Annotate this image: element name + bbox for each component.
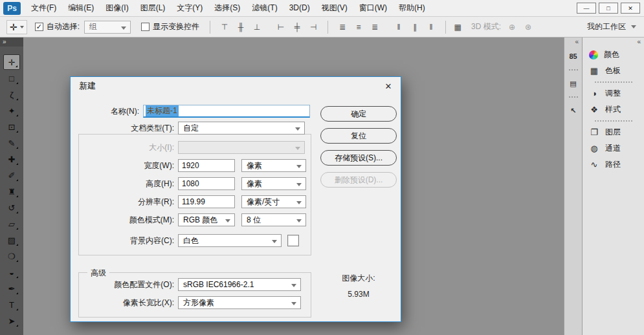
auto-select-target-select[interactable]: 组 [84,21,131,34]
menu-item[interactable]: 图层(L) [135,0,172,16]
panel-tab-label: 路径 [605,159,621,170]
panel-tab-label: 通道 [605,143,621,154]
panel-tab-channels[interactable]: ◍ 通道 [583,140,644,157]
panel-tab-adjustments[interactable]: ◑ 调整 [583,85,644,102]
tool-move[interactable]: ✛ [3,54,20,70]
panel-tab-layers[interactable]: ❐ 图层 [583,124,644,140]
color-profile-value: sRGB IEC61966-2.1 [183,280,254,289]
3d-rotate-icon[interactable]: ⊕ [506,21,518,34]
align-vertical-centers-icon[interactable]: ╫ [235,21,247,34]
panel-tab-label: 图层 [605,127,621,138]
info-panel-icon[interactable]: 85 [566,49,581,63]
distribute-left-edges-icon[interactable]: ‖ [393,21,405,34]
align-top-edges-icon[interactable]: ⊤ [219,21,230,34]
tool-rectangular-marquee[interactable]: □ [3,70,20,86]
pixel-aspect-select[interactable]: 方形像素 [178,296,301,309]
layers-icon: ❐ [589,127,599,138]
reset-button[interactable]: 复位 [320,128,397,144]
resolution-input[interactable] [178,195,235,208]
dialog-title: 新建 [71,77,104,95]
panel-tab-paths[interactable]: ∿ 路径 [583,157,644,173]
menu-item[interactable]: 3D(D) [283,0,316,16]
show-transform-checkbox[interactable] [141,23,150,31]
align-left-edges-icon[interactable]: ⊢ [275,21,287,34]
tool-pen[interactable]: ✒ [3,281,20,296]
document-type-row: 文档类型(T): 自定 [77,121,305,135]
tool-type[interactable]: T [3,297,20,312]
close-button[interactable]: ✕ [621,3,640,14]
menu-item[interactable]: 图像(I) [100,0,134,16]
distribute-icon-group: ≣≡≣‖∥‖ [337,21,437,34]
tool-history-brush[interactable]: ↺ [3,200,20,215]
tool-path-selection[interactable]: ➤ [3,313,20,329]
bit-depth-select[interactable]: 8 位 [241,213,306,226]
tool-lasso[interactable]: ζ [3,87,20,102]
save-preset-button[interactable]: 存储预设(S)... [320,150,397,166]
tool-crop[interactable]: ⊡ [3,119,20,135]
auto-select-checkbox[interactable] [35,23,43,31]
size-label: 大小(I): [77,142,174,153]
menu-item[interactable]: 帮助(H) [393,0,431,16]
background-color-swatch[interactable] [287,235,299,246]
menu-item[interactable]: 选择(S) [208,0,246,16]
3d-roll-icon[interactable]: ⊛ [522,21,534,34]
menu-item[interactable]: 编辑(E) [62,0,100,16]
maximize-button[interactable]: □ [599,3,618,14]
color-mode-select[interactable]: RGB 颜色 [178,213,235,226]
history-panel-icon[interactable]: ↖ [566,103,581,118]
auto-align-layers-icon[interactable]: ▦ [452,21,463,34]
tool-gradient[interactable]: ▨ [3,232,20,248]
document-type-select[interactable]: 自定 [178,122,305,135]
menu-item[interactable]: 滤镜(T) [246,0,283,16]
width-input[interactable] [178,159,235,172]
tool-brush[interactable]: ✐ [3,168,20,183]
tool-quick-selection[interactable]: ✦ [3,103,20,118]
distribute-right-edges-icon[interactable]: ‖ [425,21,437,34]
workspace-value: 我的工作区 [587,21,626,32]
width-unit-select[interactable]: 像素 [241,159,306,172]
toolbar-expand-button[interactable]: » [0,38,23,47]
distribute-horizontal-centers-icon[interactable]: ∥ [409,21,421,34]
document-type-value: 自定 [183,123,199,134]
ok-button[interactable]: 确定 [320,106,397,122]
align-bottom-edges-icon[interactable]: ⊥ [251,21,263,34]
distribute-top-edges-icon[interactable]: ≣ [337,21,348,34]
histogram-panel-icon[interactable]: ▤ [566,76,581,91]
distribute-bottom-edges-icon[interactable]: ≣ [369,21,381,34]
tool-clone-stamp[interactable]: ♜ [3,184,20,199]
collapse-strip-button[interactable]: « [564,38,582,47]
menu-item[interactable]: 窗口(W) [353,0,393,16]
tool-blur[interactable]: ❍ [3,248,20,264]
panel-tab-color[interactable]: 颜色 [583,47,644,63]
background-contents-select[interactable]: 白色 [178,234,282,247]
color-profile-select[interactable]: sRGB IEC61966-2.1 [178,278,301,291]
tool-eyedropper[interactable]: ✎ [3,135,20,151]
height-unit-value: 像素 [247,178,262,189]
tool-spot-healing-brush[interactable]: ✚ [3,151,20,167]
current-tool-button[interactable]: ✛ [6,20,27,34]
dialog-close-icon[interactable]: ✕ [383,81,394,91]
distribute-vertical-centers-icon[interactable]: ≡ [353,21,364,34]
resolution-unit-select[interactable]: 像素/英寸 [241,195,306,208]
menu-item[interactable]: 视图(V) [316,0,353,16]
height-unit-select[interactable]: 像素 [241,177,306,190]
color-mode-value: RGB 颜色 [183,215,217,226]
panel-tab-swatches[interactable]: ▦ 色板 [583,63,644,79]
panel-tab-styles[interactable]: ❖ 样式 [583,102,644,118]
menu-item[interactable]: 文件(F) [25,0,62,16]
menu-item[interactable]: 文字(Y) [171,0,208,16]
tool-glyph: □ [9,74,14,83]
tool-dodge[interactable]: ◒ [3,265,20,280]
workspace-select[interactable]: 我的工作区 [582,20,640,34]
collapse-dock-button[interactable]: « [583,38,644,47]
minimize-button[interactable]: — [577,3,596,14]
height-input[interactable] [178,177,235,190]
3d-mode-label: 3D 模式: [471,21,501,32]
name-input[interactable]: 未标题-1 [143,105,310,118]
adjustments-icon: ◑ [589,89,599,99]
align-horizontal-centers-icon[interactable]: ╪ [291,21,303,34]
align-right-edges-icon[interactable]: ⊣ [307,21,319,34]
tool-eraser[interactable]: ▱ [3,216,20,232]
tool-glyph: ▨ [8,235,16,245]
panel-group-divider [595,120,632,122]
